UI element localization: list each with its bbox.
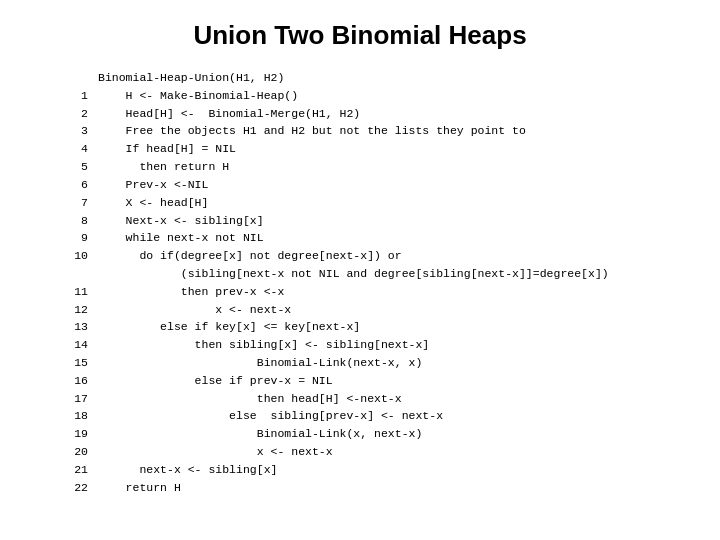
line-content: (sibling[next-x not NIL and degree[sibli…	[98, 265, 609, 283]
line-content: else if key[x] <= key[next-x]	[98, 318, 360, 336]
code-line: 5 then return H	[60, 158, 660, 176]
line-number: 15	[60, 354, 88, 372]
line-content: Free the objects H1 and H2 but not the l…	[98, 122, 526, 140]
line-content: while next-x not NIL	[98, 229, 264, 247]
line-number: 21	[60, 461, 88, 479]
code-line: 15 Binomial-Link(next-x, x)	[60, 354, 660, 372]
code-line: 9 while next-x not NIL	[60, 229, 660, 247]
code-line: 21 next-x <- sibling[x]	[60, 461, 660, 479]
page-title: Union Two Binomial Heaps	[60, 20, 660, 51]
line-content: else sibling[prev-x] <- next-x	[98, 407, 443, 425]
line-content: Next-x <- sibling[x]	[98, 212, 264, 230]
code-line: 11 then prev-x <-x	[60, 283, 660, 301]
line-content: x <- next-x	[98, 443, 333, 461]
code-line: 8 Next-x <- sibling[x]	[60, 212, 660, 230]
line-content: X <- head[H]	[98, 194, 208, 212]
line-number: 19	[60, 425, 88, 443]
line-number: 22	[60, 479, 88, 497]
line-content: return H	[98, 479, 181, 497]
line-number: 20	[60, 443, 88, 461]
line-content: If head[H] = NIL	[98, 140, 236, 158]
line-content: then head[H] <-next-x	[98, 390, 402, 408]
line-number: 4	[60, 140, 88, 158]
code-line: 7 X <- head[H]	[60, 194, 660, 212]
line-number: 1	[60, 87, 88, 105]
code-block: Binomial-Heap-Union(H1, H2)1 H <- Make-B…	[60, 69, 660, 497]
line-content: Binomial-Link(next-x, x)	[98, 354, 422, 372]
line-number: 8	[60, 212, 88, 230]
code-line: 4 If head[H] = NIL	[60, 140, 660, 158]
line-content: then sibling[x] <- sibling[next-x]	[98, 336, 429, 354]
line-number: 2	[60, 105, 88, 123]
line-content: else if prev-x = NIL	[98, 372, 333, 390]
code-line: 17 then head[H] <-next-x	[60, 390, 660, 408]
code-line: 16 else if prev-x = NIL	[60, 372, 660, 390]
line-number: 18	[60, 407, 88, 425]
line-number: 13	[60, 318, 88, 336]
code-line: 6 Prev-x <-NIL	[60, 176, 660, 194]
line-number: 6	[60, 176, 88, 194]
code-line: 22 return H	[60, 479, 660, 497]
line-number: 17	[60, 390, 88, 408]
line-content: Binomial-Heap-Union(H1, H2)	[98, 69, 284, 87]
line-number: 11	[60, 283, 88, 301]
line-content: do if(degree[x] not degree[next-x]) or	[98, 247, 402, 265]
line-content: then prev-x <-x	[98, 283, 284, 301]
code-line: 12 x <- next-x	[60, 301, 660, 319]
code-line: 3 Free the objects H1 and H2 but not the…	[60, 122, 660, 140]
line-number: 3	[60, 122, 88, 140]
code-line: 20 x <- next-x	[60, 443, 660, 461]
code-line: 19 Binomial-Link(x, next-x)	[60, 425, 660, 443]
code-line: 14 then sibling[x] <- sibling[next-x]	[60, 336, 660, 354]
line-number: 5	[60, 158, 88, 176]
code-line: 13 else if key[x] <= key[next-x]	[60, 318, 660, 336]
code-line: (sibling[next-x not NIL and degree[sibli…	[60, 265, 660, 283]
line-number: 12	[60, 301, 88, 319]
line-content: then return H	[98, 158, 229, 176]
code-line: 10 do if(degree[x] not degree[next-x]) o…	[60, 247, 660, 265]
line-number: 7	[60, 194, 88, 212]
line-content: H <- Make-Binomial-Heap()	[98, 87, 298, 105]
code-line: Binomial-Heap-Union(H1, H2)	[60, 69, 660, 87]
line-content: Binomial-Link(x, next-x)	[98, 425, 422, 443]
line-number: 9	[60, 229, 88, 247]
line-content: next-x <- sibling[x]	[98, 461, 277, 479]
line-number: 16	[60, 372, 88, 390]
page: Union Two Binomial Heaps Binomial-Heap-U…	[0, 0, 720, 540]
code-line: 2 Head[H] <- Binomial-Merge(H1, H2)	[60, 105, 660, 123]
line-content: Head[H] <- Binomial-Merge(H1, H2)	[98, 105, 360, 123]
code-line: 1 H <- Make-Binomial-Heap()	[60, 87, 660, 105]
line-content: x <- next-x	[98, 301, 291, 319]
line-content: Prev-x <-NIL	[98, 176, 208, 194]
line-number: 14	[60, 336, 88, 354]
code-line: 18 else sibling[prev-x] <- next-x	[60, 407, 660, 425]
line-number: 10	[60, 247, 88, 265]
